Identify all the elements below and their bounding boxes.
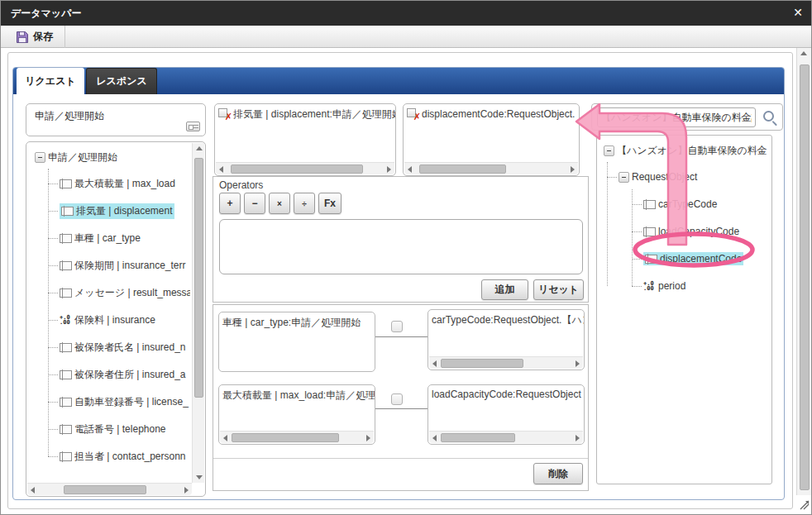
remove-mapping-icon[interactable]: ✗ [218,107,232,120]
tree-node-car-type-code[interactable]: carTypeCode [643,196,767,212]
edit-target-text: displacementCode:RequestObject.【ハ [422,107,579,122]
operator-minus-button[interactable]: − [244,193,265,214]
horizontal-scrollbar[interactable] [220,431,374,443]
tree-node-insured-name[interactable]: 被保険者氏名 | insured_n [60,339,190,355]
operator-divide-button[interactable]: ÷ [294,193,315,214]
tree-node-displacement[interactable]: 排気量 | displacement [60,203,190,219]
tree-node-max-load[interactable]: 最大積載量 | max_load [60,175,190,192]
string-field-icon [60,452,72,461]
mapping-row-source[interactable]: 最大積載量 | max_load:申請／処理 [218,384,375,445]
source-tree-panel: 申請／処理開始 最大積載量 | max_load 排気量 | displacem… [26,141,206,497]
source-header-label: 申請／処理開始 [26,104,205,123]
tree-node-car-type[interactable]: 車種 | car_type [60,230,190,246]
form-icon[interactable] [186,122,200,131]
delete-button[interactable]: 削除 [533,463,583,484]
horizontal-scrollbar[interactable] [27,483,192,495]
string-field-icon [645,255,657,264]
mapping-target-text: carTypeCode:RequestObject.【ハン [432,313,584,327]
mapping-connector [375,408,427,409]
search-input[interactable] [597,107,756,127]
tab-response[interactable]: レスポンス [86,68,157,94]
operators-label: Operators [219,179,263,191]
operator-multiply-button[interactable]: × [269,193,290,214]
edit-target-box[interactable]: ✗ displacementCode:RequestObject.【ハ [403,103,580,176]
tree-node-telephone[interactable]: 電話番号 | telephone [60,421,190,437]
string-field-icon [60,261,72,270]
collapse-icon[interactable] [35,152,45,163]
tree-node-request-object[interactable]: RequestObject [619,169,767,185]
edit-source-box[interactable]: ✗ 排気量 | displacement:申請／処理開始 [214,103,396,176]
tree-node-insurance-term[interactable]: 保険期間 | insurance_terr [60,257,190,274]
close-icon[interactable]: ✕ [793,6,803,19]
dialog-title: データマッパー [11,7,81,21]
collapse-icon[interactable] [619,172,629,183]
floppy-icon [16,31,29,44]
remove-mapping-icon[interactable]: ✗ [407,107,421,120]
horizontal-scrollbar[interactable] [404,162,578,174]
toolbar: 保存 [1,26,812,48]
mapping-row-target[interactable]: loadCapacityCode:RequestObject [427,384,585,445]
reset-button[interactable]: リセット [533,279,584,300]
tree-connector-line [48,169,49,456]
tree-node-result-message[interactable]: メッセージ | result_messag [60,284,190,301]
source-header-box: 申請／処理開始 [26,103,206,136]
add-button[interactable]: 追加 [481,279,528,300]
mapping-source-text: 車種 | car_type:申請／処理開始 [222,316,361,330]
horizontal-scrollbar[interactable] [216,162,394,174]
horizontal-scrollbar[interactable] [429,431,583,443]
mapping-row-checkbox[interactable] [391,321,403,332]
expression-area[interactable] [219,219,583,274]
string-field-icon [60,288,72,298]
string-field-icon [60,234,72,243]
divider [213,458,588,459]
target-tree-panel: 【ハンズオン】自動車保険の料金計算 RequestObject carTypeC… [596,135,772,484]
titlebar: データマッパー ✕ [1,1,812,26]
tree-node-contact-person[interactable]: 担当者 | contact_personn [60,448,190,465]
horizontal-scrollbar[interactable] [429,356,583,369]
operator-plus-button[interactable]: + [219,193,241,214]
tree-connector-line [607,162,608,286]
number-field-icon: +.0.00 [643,281,656,291]
selected-highlight: 排気量 | displacement [60,203,174,219]
string-field-icon [60,398,72,407]
tree-node-load-capacity-code[interactable]: loadCapacityCode [643,223,767,240]
tree-node-service-root[interactable]: 【ハンズオン】自動車保険の料金計算 [604,142,767,159]
tree-node-insured-address[interactable]: 被保険者住所 | insured_a [60,366,190,383]
number-field-icon: +.0.00 [60,315,72,325]
data-mapper-dialog: データマッパー ✕ 保存 リクエスト レスポンス 申請／処理開始 申請／処理開始 [0,0,812,515]
mapping-row-source[interactable]: 車種 | car_type:申請／処理開始 [218,312,375,372]
mapping-row-checkbox[interactable] [391,393,403,405]
edit-source-text: 排気量 | displacement:申請／処理開始 [233,107,395,122]
string-field-icon [643,227,656,236]
mapping-list-panel: 車種 | car_type:申請／処理開始 carTypeCode:Reques… [213,304,589,491]
tree-node-insurance[interactable]: +.0.00 保険料 | insurance [60,312,190,328]
operators-panel: Operators + − × ÷ Fx 追加 リセット [213,176,589,303]
search-icon[interactable] [763,111,774,122]
target-search-box [591,103,783,131]
vertical-scrollbar[interactable] [192,143,204,483]
mapping-row-target[interactable]: carTypeCode:RequestObject.【ハン [427,309,585,370]
resize-grip-icon[interactable] [798,497,811,512]
mapping-source-text: 最大積載量 | max_load:申請／処理 [222,389,375,403]
tree-node-license[interactable]: 自動車登録番号 | license_ [60,393,190,410]
collapse-icon[interactable] [604,145,614,156]
save-button[interactable]: 保存 [7,26,65,48]
mapping-target-text: loadCapacityCode:RequestObject [432,389,581,400]
string-field-icon [60,343,72,352]
tree-node-period[interactable]: +.0.00 period [643,278,767,294]
selected-highlight: displacementCode [643,252,743,265]
mapping-connector [375,336,427,337]
tree-node-displacement-code[interactable]: displacementCode [643,250,767,267]
string-field-icon [60,425,72,434]
tab-request[interactable]: リクエスト [17,68,84,94]
page-vertical-scrollbar[interactable] [796,48,811,495]
tree-node-root[interactable]: 申請／処理開始 [35,149,190,165]
string-field-icon [60,179,72,188]
string-field-icon [60,370,72,379]
string-field-icon [643,200,656,209]
string-field-icon [61,207,74,216]
operator-function-button[interactable]: Fx [318,193,342,214]
save-label: 保存 [33,30,53,44]
